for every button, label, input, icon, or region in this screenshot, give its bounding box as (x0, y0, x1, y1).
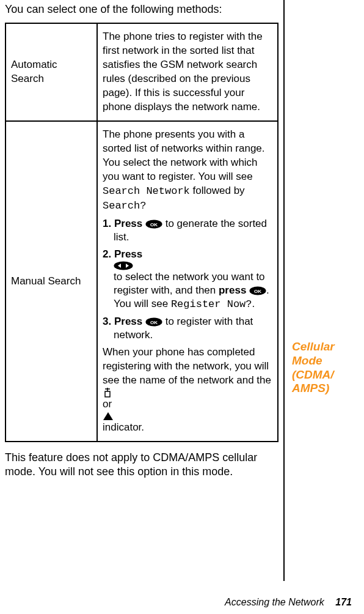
ok-key-icon: OK (145, 317, 162, 327)
main-column: You can select one of the following meth… (5, 2, 278, 479)
cdma-note: This feature does not apply to CDMA/AMPS… (5, 451, 278, 479)
steps-list: 1. Press OK to generate the sorted list.… (103, 217, 272, 342)
column-divider (283, 0, 285, 581)
footer-section-title: Accessing the Network (225, 597, 324, 607)
list-item: 2. Press to select the network you want … (114, 248, 272, 311)
step-number: 2. (103, 248, 111, 260)
method-desc-cell: The phone presents you with a sorted lis… (97, 121, 278, 442)
svg-rect-9 (105, 391, 110, 397)
manual-after-b: or (103, 398, 112, 410)
side-heading: Cellular Mode (CDMA/ AMPS) (292, 340, 358, 396)
svg-text:OK: OK (150, 320, 158, 325)
step-post3: . (252, 298, 255, 309)
lcd-text: Register Now? (171, 298, 252, 310)
methods-table: Automatic Search The phone tries to regi… (5, 23, 278, 442)
step-number: 3. (103, 316, 111, 327)
list-item: 1. Press OK to generate the sorted list. (114, 217, 272, 244)
lcd-text: Search Network (103, 185, 190, 197)
intro-text: You can select one of the following meth… (5, 2, 278, 17)
ok-key-icon: OK (249, 286, 266, 295)
table-row: Manual Search The phone presents you wit… (5, 121, 278, 442)
svg-text:OK: OK (150, 221, 158, 227)
manual-after-c: indicator. (103, 421, 144, 433)
method-name-cell: Automatic Search (5, 23, 97, 121)
page-footer: Accessing the Network 171 (0, 597, 364, 608)
method-desc-cell: The phone tries to register with the fir… (97, 23, 278, 121)
press-label: Press (114, 218, 145, 229)
svg-text:OK: OK (254, 289, 261, 294)
table-row: Automatic Search The phone tries to regi… (5, 23, 278, 121)
svg-marker-12 (103, 412, 113, 420)
press-label: Press (114, 316, 145, 327)
triangle-icon (103, 412, 272, 421)
left-right-key-icon (114, 261, 272, 270)
ok-key-icon: OK (145, 220, 162, 229)
list-item: 3. Press OK to register with that networ… (114, 315, 272, 342)
svg-point-2 (114, 261, 133, 270)
manual-after-a: When your phone has completed registerin… (103, 346, 271, 386)
antenna-icon (103, 388, 272, 398)
lcd-text: Search? (103, 200, 146, 212)
method-name-cell: Manual Search (5, 121, 97, 442)
manual-intro-b: followed by (190, 185, 245, 196)
page-171: You can select one of the following meth… (0, 0, 364, 614)
press-label: Press (114, 248, 142, 260)
page-number: 171 (335, 597, 352, 607)
press-label: press (219, 284, 249, 296)
manual-intro-a: The phone presents you with a sorted lis… (103, 128, 265, 182)
step-number: 1. (103, 218, 111, 229)
